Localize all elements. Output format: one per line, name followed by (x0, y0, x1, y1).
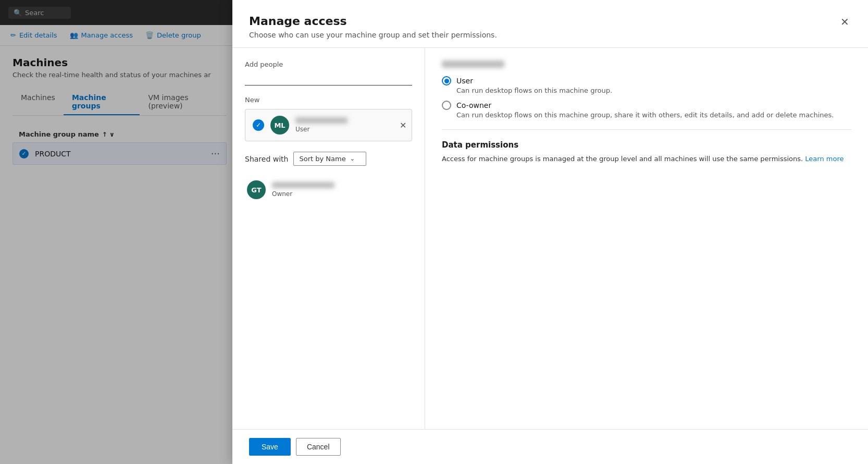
remove-user-button[interactable]: ✕ (400, 120, 406, 130)
user-permission-option: User Can run desktop flows on this machi… (442, 76, 851, 94)
user-avatar-ml: ML (270, 116, 289, 135)
modal-body: Add people New ✓ ML User ✕ (232, 48, 868, 429)
new-section-label: New (245, 96, 412, 104)
shared-user-info: Owner (272, 182, 334, 198)
user-info: User (295, 117, 404, 133)
close-button[interactable]: ✕ (838, 15, 851, 29)
selected-user-name-blurred (442, 60, 504, 68)
user-radio-label: User (456, 77, 473, 85)
learn-more-link[interactable]: Learn more (805, 155, 844, 163)
new-user-card: ✓ ML User ✕ (245, 109, 412, 141)
coowner-radio-label: Co-owner (456, 101, 491, 109)
modal-header: Manage access Choose who can use your ma… (232, 0, 868, 48)
shared-with-label: Shared with (245, 155, 288, 163)
coowner-radio-row[interactable]: Co-owner (442, 101, 851, 110)
modal-right-panel: User Can run desktop flows on this machi… (425, 48, 868, 429)
coowner-permission-option: Co-owner Can run desktop flows on this m… (442, 101, 851, 119)
modal-title: Manage access (249, 15, 497, 28)
modal-subtitle: Choose who can use your machine group an… (249, 31, 497, 39)
user-check-icon: ✓ (253, 119, 264, 131)
shared-user-name-blurred (272, 182, 334, 188)
data-permissions-description: Access for machine groups is managed at … (442, 154, 851, 164)
cancel-button[interactable]: Cancel (296, 438, 341, 456)
add-people-label: Add people (245, 60, 412, 68)
data-permissions-title: Data permissions (442, 140, 851, 150)
shared-user-avatar-gt: GT (247, 180, 266, 199)
modal-overlay: Manage access Choose who can use your ma… (0, 0, 868, 464)
user-name-blurred (295, 117, 348, 124)
save-button[interactable]: Save (249, 438, 291, 456)
chevron-down-icon: ⌄ (350, 155, 355, 162)
sort-dropdown[interactable]: Sort by Name ⌄ (293, 152, 366, 166)
user-role: User (295, 126, 404, 133)
permission-radio-group: User Can run desktop flows on this machi… (442, 76, 851, 119)
shared-user-role: Owner (272, 190, 334, 198)
coowner-radio-button[interactable] (442, 101, 451, 110)
user-radio-description: Can run desktop flows on this machine gr… (442, 87, 851, 94)
add-people-input[interactable] (245, 70, 412, 86)
coowner-radio-description: Can run desktop flows on this machine gr… (442, 111, 851, 119)
manage-access-panel: Manage access Choose who can use your ma… (232, 0, 868, 464)
user-radio-row[interactable]: User (442, 76, 851, 86)
section-divider (442, 129, 851, 130)
shared-with-row: Shared with Sort by Name ⌄ (245, 152, 412, 166)
modal-footer: Save Cancel (232, 429, 868, 464)
shared-user-item: GT Owner (245, 176, 412, 203)
user-radio-button[interactable] (442, 76, 451, 86)
modal-left-panel: Add people New ✓ ML User ✕ (232, 48, 425, 429)
sort-dropdown-label: Sort by Name (299, 155, 345, 163)
